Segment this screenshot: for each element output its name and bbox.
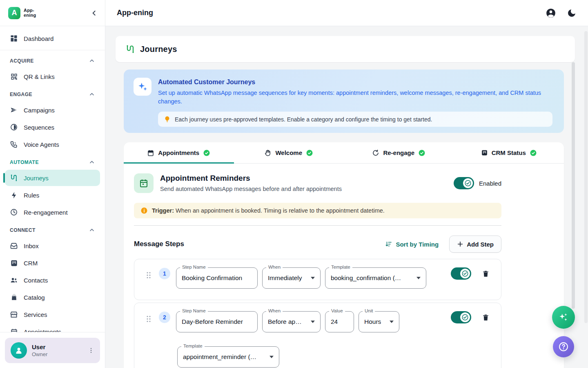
sidebar-item-label: Dashboard bbox=[24, 35, 53, 42]
sidebar-item-inbox[interactable]: Inbox bbox=[5, 238, 100, 254]
check-circle-icon bbox=[418, 149, 425, 157]
lightning-icon bbox=[10, 191, 18, 199]
drag-handle-icon[interactable] bbox=[146, 272, 151, 279]
user-card[interactable]: User Owner bbox=[5, 338, 100, 363]
section-header-automate[interactable]: AUTOMATE bbox=[5, 153, 100, 170]
scrollbar-thumb[interactable] bbox=[572, 62, 575, 309]
sidebar-item-dashboard[interactable]: Dashboard bbox=[5, 30, 100, 47]
check-circle-icon bbox=[306, 149, 313, 157]
chevron-down-icon bbox=[311, 321, 315, 323]
plus-icon bbox=[457, 241, 463, 247]
sidebar-collapse-icon[interactable] bbox=[90, 9, 98, 17]
step-toggle[interactable] bbox=[451, 267, 471, 280]
section-header-connect[interactable]: CONNECT bbox=[5, 221, 100, 238]
divider bbox=[0, 50, 105, 50]
page-title-card: Journeys bbox=[116, 36, 575, 62]
qr-code-icon bbox=[10, 73, 18, 81]
tab-welcome[interactable]: Welcome bbox=[234, 142, 344, 163]
banner-title: Automated Customer Journeys bbox=[158, 78, 554, 86]
app-logo-text: App-ening bbox=[24, 8, 36, 18]
phone-icon bbox=[10, 140, 18, 148]
check-circle-icon bbox=[530, 149, 537, 157]
chevron-up-icon bbox=[89, 91, 95, 98]
sidebar-item-campaigns[interactable]: Campaigns bbox=[5, 102, 100, 118]
storefront-icon bbox=[10, 310, 18, 319]
question-icon bbox=[558, 341, 569, 352]
add-step-button[interactable]: Add Step bbox=[449, 236, 501, 253]
account-icon[interactable] bbox=[546, 8, 556, 18]
sparkles-icon bbox=[134, 78, 151, 96]
refresh-icon bbox=[372, 149, 379, 157]
user-name: User bbox=[32, 343, 83, 350]
step-card-2: 2 Step Name Day-Before Reminder When Bef… bbox=[134, 303, 501, 368]
window-scrollbar[interactable] bbox=[584, 31, 588, 323]
section-header-acquire[interactable]: ACQUIRE bbox=[5, 52, 100, 68]
chevron-down-icon bbox=[311, 277, 315, 279]
topbar-title: App-ening bbox=[117, 9, 153, 17]
enabled-label: Enabled bbox=[479, 180, 501, 187]
help-fab[interactable] bbox=[553, 336, 574, 357]
user-avatar bbox=[11, 342, 27, 359]
app-logo: A App-ening bbox=[8, 7, 36, 19]
sidebar-item-voice-agents[interactable]: Voice Agents bbox=[5, 136, 100, 153]
step-number-badge: 1 bbox=[159, 268, 170, 279]
chevron-up-icon bbox=[89, 159, 95, 166]
step-name-input[interactable]: Step Name Booking Confirmation bbox=[176, 267, 258, 289]
users-icon bbox=[10, 276, 18, 284]
template-select[interactable]: Template appointment_reminder (… bbox=[177, 346, 279, 368]
step-card-1: 1 Step Name Booking Confirmation When Im… bbox=[134, 259, 501, 300]
step-name-input[interactable]: Step Name Day-Before Reminder bbox=[176, 311, 258, 332]
content-area: Journeys Automated Customer Journeys Set… bbox=[105, 26, 588, 368]
sidebar-item-sequences[interactable]: Sequences bbox=[5, 119, 100, 135]
sidebar-item-qr-links[interactable]: QR & Links bbox=[5, 68, 100, 85]
more-options-icon[interactable] bbox=[88, 347, 94, 354]
journeys-banner: Automated Customer Journeys Set up autom… bbox=[124, 70, 564, 133]
template-select[interactable]: Template booking_confirmation (… bbox=[325, 267, 426, 289]
assistant-fab[interactable] bbox=[552, 306, 575, 329]
chevron-up-icon bbox=[89, 227, 95, 233]
app-logo-icon: A bbox=[8, 7, 20, 19]
sidebar-item-catalog[interactable]: Catalog bbox=[5, 289, 100, 305]
journeys-panel: Appointments Welcome bbox=[124, 142, 564, 368]
trash-icon[interactable] bbox=[482, 270, 490, 278]
sort-by-timing-button[interactable]: Sort by Timing bbox=[385, 240, 439, 248]
sidebar-item-services[interactable]: Services bbox=[5, 306, 100, 323]
chevron-up-icon bbox=[89, 58, 95, 64]
when-select[interactable]: When Before ap… bbox=[262, 311, 321, 332]
step-number-badge: 2 bbox=[159, 312, 170, 323]
inbox-icon bbox=[10, 242, 18, 250]
info-icon bbox=[140, 207, 148, 214]
section-header-engage[interactable]: ENGAGE bbox=[5, 85, 100, 102]
sidebar-item-re-engagement[interactable]: Re-engagement bbox=[5, 204, 100, 220]
enabled-toggle[interactable] bbox=[454, 177, 474, 189]
sidebar: A App-ening Dashboard ACQUIRE QR & Links bbox=[0, 0, 105, 368]
tab-appointments[interactable]: Appointments bbox=[124, 142, 234, 163]
sidebar-item-crm[interactable]: CRM bbox=[5, 255, 100, 271]
dark-mode-icon[interactable] bbox=[567, 8, 577, 18]
page-title: Journeys bbox=[140, 45, 177, 54]
journey-icon bbox=[125, 44, 135, 54]
sparkles-icon bbox=[558, 312, 569, 323]
category-subtitle: Send automated WhatsApp messages before … bbox=[160, 186, 342, 192]
drag-handle-icon[interactable] bbox=[146, 315, 151, 323]
send-icon bbox=[10, 106, 18, 114]
sidebar-item-journeys[interactable]: Journeys bbox=[5, 170, 100, 186]
when-select[interactable]: When Immediately bbox=[262, 267, 321, 289]
dashboard-icon bbox=[10, 34, 18, 43]
tab-crm-status[interactable]: CRM Status bbox=[454, 142, 564, 163]
divider bbox=[134, 225, 501, 226]
chevron-down-icon bbox=[390, 321, 394, 323]
tab-re-engage[interactable]: Re-engage bbox=[344, 142, 454, 163]
trash-icon[interactable] bbox=[482, 314, 490, 321]
banner-description: Set up automatic WhatsApp message sequen… bbox=[158, 89, 554, 106]
journey-icon bbox=[10, 174, 18, 182]
kanban-icon bbox=[481, 149, 488, 156]
sidebar-item-contacts[interactable]: Contacts bbox=[5, 272, 100, 288]
user-role: Owner bbox=[32, 351, 83, 357]
clock-icon bbox=[10, 208, 18, 216]
sidebar-item-rules[interactable]: Rules bbox=[5, 187, 100, 203]
step-toggle[interactable] bbox=[451, 311, 471, 323]
unit-select[interactable]: Unit Hours bbox=[359, 311, 399, 332]
chevron-down-icon bbox=[270, 356, 274, 358]
value-input[interactable]: Value 24 bbox=[325, 311, 354, 332]
